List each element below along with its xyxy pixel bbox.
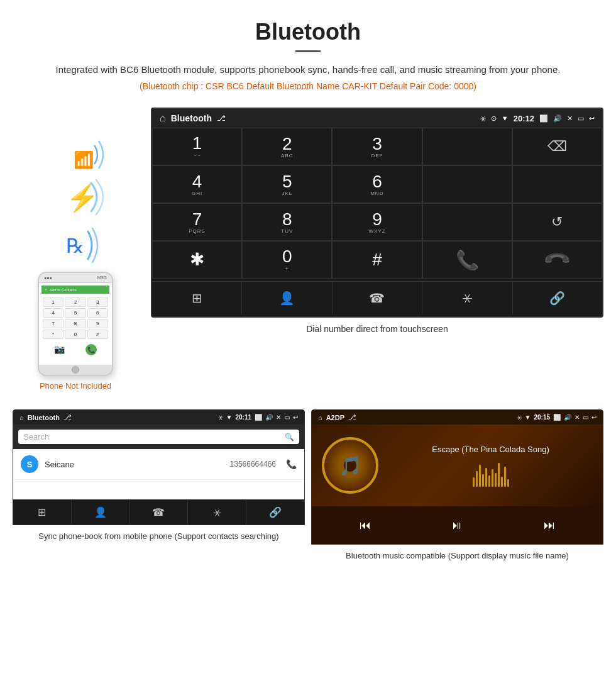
- pb-toolbar: ⊞ 👤 ☎ ⚹ 🔗: [13, 499, 304, 525]
- dial-empty-4: [422, 203, 512, 241]
- eq-bar: [501, 477, 503, 487]
- volume-icon[interactable]: 🔊: [553, 114, 562, 123]
- dial-key-1[interactable]: 1 ⌣⌣: [152, 128, 242, 165]
- back-icon[interactable]: ↩: [589, 114, 595, 123]
- eq-bar: [479, 465, 481, 487]
- phone-top-bar: ●●● M3G: [39, 273, 112, 283]
- music-back-icon[interactable]: ↩: [591, 414, 597, 421]
- music-next-btn[interactable]: ⏭: [538, 514, 561, 536]
- pb-status-bar: ⌂ Bluetooth ⎇ ⚹ ▼ 20:11 ⬜ 🔊 ✕ ▭ ↩: [13, 410, 304, 425]
- search-icon[interactable]: 🔍: [285, 433, 294, 441]
- page-header: Bluetooth Integrated with BC6 Bluetooth …: [0, 0, 616, 108]
- window-icon[interactable]: ▭: [578, 114, 584, 123]
- music-close-icon[interactable]: ✕: [575, 414, 580, 421]
- close-icon[interactable]: ✕: [567, 114, 573, 123]
- dial-key-6[interactable]: 6 MNO: [332, 165, 422, 203]
- eq-bar: [476, 471, 478, 487]
- pb-search-bar[interactable]: Search 🔍: [18, 430, 299, 444]
- svg-text:℞: ℞: [66, 235, 84, 257]
- phonebook-screen: ⌂ Bluetooth ⎇ ⚹ ▼ 20:11 ⬜ 🔊 ✕ ▭ ↩: [13, 409, 305, 525]
- car-toolbar-row: ⊞ 👤 ☎ ⚹ 🔗: [152, 279, 602, 316]
- dial-key-hash[interactable]: #: [332, 241, 422, 279]
- music-caption: Bluetooth music compatible (Support disp…: [311, 550, 603, 562]
- dial-key-2[interactable]: 2 ABC: [242, 128, 332, 165]
- eq-bar: [498, 463, 500, 487]
- eq-bar: [507, 479, 509, 487]
- phonebook-panel: ⌂ Bluetooth ⎇ ⚹ ▼ 20:11 ⬜ 🔊 ✕ ▭ ↩: [13, 409, 305, 562]
- phone-key-0: 0: [65, 330, 85, 339]
- music-panel: ⌂ A2DP ⎇ ⚹ ▼ 20:15 ⬜ 🔊 ✕ ▭ ↩ 🎵: [311, 409, 603, 562]
- pb-win-icon[interactable]: ▭: [284, 414, 290, 421]
- toolbar-contacts[interactable]: 👤: [242, 282, 332, 314]
- pb-home-icon[interactable]: ⌂: [19, 414, 24, 421]
- pb-toolbar-bluetooth[interactable]: ⚹: [188, 500, 246, 525]
- toolbar-link[interactable]: 🔗: [513, 282, 602, 314]
- phone-screen: ＋ Add to Contacts 1 2 3 4 5 6 7 8 9 * 0 …: [39, 283, 112, 365]
- dial-key-5[interactable]: 5 JKL: [242, 165, 332, 203]
- music-play-btn[interactable]: ⏯: [446, 514, 468, 536]
- dial-key-9[interactable]: 9 WXYZ: [332, 203, 422, 241]
- usb-icon: ⎇: [217, 114, 226, 123]
- music-status-right: ⚹ ▼ 20:15 ⬜ 🔊 ✕ ▭ ↩: [517, 414, 597, 421]
- music-signal-icon: ▼: [525, 414, 531, 421]
- dial-key-7[interactable]: 7 PQRS: [152, 203, 242, 241]
- pb-status-right: ⚹ ▼ 20:11 ⬜ 🔊 ✕ ▭ ↩: [218, 414, 298, 421]
- camera-icon[interactable]: ⬜: [539, 114, 548, 123]
- pb-cam-icon[interactable]: ⬜: [255, 414, 262, 421]
- location-icon: ⊙: [491, 114, 497, 123]
- car-toolbar: ⊞ 👤 ☎ ⚹ 🔗: [152, 281, 602, 314]
- phone-key-4: 4: [43, 308, 63, 318]
- phone-bottom-nav: [39, 365, 112, 375]
- phone-key-9: 9: [87, 319, 108, 328]
- music-win-icon[interactable]: ▭: [583, 414, 588, 421]
- eq-bar: [488, 475, 490, 487]
- phone-dialpad: 1 2 3 4 5 6 7 8 9 * 0 #: [41, 296, 109, 340]
- pb-toolbar-contacts[interactable]: 👤: [72, 500, 130, 525]
- home-icon[interactable]: ⌂: [160, 113, 166, 124]
- page-description: Integrated with BC6 Bluetooth module, su…: [25, 62, 591, 77]
- music-home-icon[interactable]: ⌂: [318, 414, 322, 421]
- pb-contact-list: S Seicane 13566664466 📞: [13, 449, 304, 499]
- pb-vol-icon[interactable]: 🔊: [265, 414, 273, 421]
- pb-toolbar-link[interactable]: 🔗: [246, 500, 304, 525]
- pb-contact-item[interactable]: S Seicane 13566664466 📞: [13, 449, 304, 480]
- pb-toolbar-apps[interactable]: ⊞: [13, 500, 72, 525]
- dial-call-button[interactable]: 📞: [422, 241, 512, 279]
- music-status-bar: ⌂ A2DP ⎇ ⚹ ▼ 20:15 ⬜ 🔊 ✕ ▭ ↩: [312, 410, 603, 425]
- car-status-bar: ⌂ Bluetooth ⎇ ⚹ ⊙ ▼ 20:12 ⬜ 🔊 ✕ ▭ ↩: [152, 109, 602, 128]
- pb-toolbar-phone[interactable]: ☎: [130, 500, 189, 525]
- dial-key-star[interactable]: ✱: [152, 241, 242, 279]
- phone-bottom-row: 📷 📞: [41, 342, 109, 358]
- dial-reload[interactable]: ↺: [512, 203, 602, 241]
- music-album-art: 🎵: [322, 437, 378, 494]
- dial-key-0[interactable]: 0 +: [242, 241, 332, 279]
- phone-body: ●●● M3G ＋ Add to Contacts 1 2 3 4 5 6 7 …: [38, 272, 113, 376]
- phone-key-7: 7: [43, 319, 63, 328]
- eq-bar: [504, 467, 506, 487]
- pb-usb-icon: ⎇: [63, 413, 72, 421]
- music-prev-btn[interactable]: ⏮: [354, 514, 377, 536]
- music-song-title: Escape (The Pina Colada Song): [388, 445, 593, 454]
- pb-contact-name: Seicane: [45, 460, 224, 469]
- toolbar-phone[interactable]: ☎: [333, 282, 422, 314]
- music-screen: ⌂ A2DP ⎇ ⚹ ▼ 20:15 ⬜ 🔊 ✕ ▭ ↩ 🎵: [311, 409, 603, 545]
- pb-search-area: Search 🔍: [13, 425, 304, 449]
- dial-key-8[interactable]: 8 TUV: [242, 203, 332, 241]
- screen-container: ⌂ Bluetooth ⎇ ⚹ ⊙ ▼ 20:12 ⬜ 🔊 ✕ ▭ ↩: [151, 108, 603, 334]
- dial-key-4[interactable]: 4 GHI: [152, 165, 242, 203]
- dial-key-3[interactable]: 3 DEF: [332, 128, 422, 165]
- pb-close-icon[interactable]: ✕: [276, 414, 281, 421]
- music-controls: ⏮ ⏯ ⏭: [312, 506, 603, 544]
- toolbar-apps[interactable]: ⊞: [152, 282, 242, 314]
- toolbar-bluetooth[interactable]: ⚹: [422, 282, 512, 314]
- bt-waves: ℞: [63, 226, 107, 267]
- bt-icon: ⚡: [60, 177, 116, 218]
- pb-call-contact-icon[interactable]: 📞: [286, 459, 297, 469]
- eq-bar: [473, 477, 475, 487]
- dial-end-button[interactable]: 📞: [512, 241, 602, 279]
- dial-backspace[interactable]: ⌫: [512, 128, 602, 165]
- music-vol-icon[interactable]: 🔊: [564, 414, 571, 421]
- status-title: Bluetooth: [171, 113, 212, 123]
- music-cam-icon[interactable]: ⬜: [553, 414, 561, 421]
- pb-back-icon[interactable]: ↩: [293, 414, 298, 421]
